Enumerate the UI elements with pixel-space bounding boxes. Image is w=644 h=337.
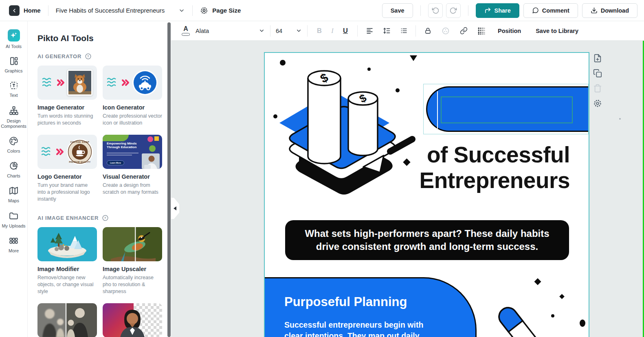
save-to-library-button[interactable]: Save to Library [536, 28, 578, 34]
position-button[interactable]: Position [498, 28, 521, 34]
card-background-remover[interactable]: Background Remover Remove backgrounds wi… [103, 303, 162, 337]
font-color-swatch [182, 33, 190, 36]
rail-label: Colors [7, 149, 20, 154]
card-desc: Turn your brand name into a professional… [37, 182, 97, 203]
card-logo-generator[interactable]: COFFEE SHOP PREMIUM QUALITY Logo Generat… [37, 135, 97, 203]
underline-button[interactable]: U [339, 27, 352, 35]
bullet-list-icon [400, 27, 408, 35]
sidebar-item-charts[interactable]: Charts [0, 161, 27, 179]
document-title[interactable]: Five Habits of Successful Entrepreneurs [56, 7, 165, 14]
download-button[interactable]: Download [582, 3, 637, 18]
share-button[interactable]: Share [476, 3, 519, 18]
design-page[interactable]: $ $ of Successful Entrepreneurs What set… [264, 52, 589, 337]
card-title: Visual Generator [103, 173, 162, 180]
animate-icon [442, 27, 450, 35]
font-family-select[interactable]: Alata [196, 28, 265, 34]
card-image-generator[interactable]: Image Generator Turn words into stunning… [37, 66, 97, 127]
trash-icon [593, 84, 602, 93]
habit-heading: Purposeful Planning [284, 295, 459, 309]
decor-shape [149, 145, 156, 152]
rail-label: Design Components [0, 118, 27, 129]
panel-scroll-strip [167, 21, 171, 337]
help-icon[interactable]: ? [102, 214, 109, 221]
link-icon [460, 27, 468, 35]
lock-button[interactable] [421, 24, 434, 38]
maps-icon [9, 186, 19, 196]
italic-button[interactable]: I [326, 27, 339, 35]
animate-button[interactable] [439, 24, 452, 38]
sidebar-item-ai-tools[interactable]: AI Tools [0, 29, 27, 49]
section-ai-image-enhancer: AI IMAGE ENHANCER ? [37, 214, 157, 221]
split-preview [103, 303, 162, 337]
page-settings-button[interactable] [593, 99, 602, 108]
sidebar-item-my-uploads[interactable]: My Uploads [0, 211, 27, 229]
delete-page-button[interactable] [593, 84, 602, 93]
text-align-button[interactable] [363, 24, 376, 38]
add-page-button[interactable] [593, 54, 602, 63]
chevron-down-icon [259, 28, 265, 34]
card-image-modifier[interactable]: Image Modifier Remove/change new objects… [37, 227, 97, 295]
font-family-value: Alata [196, 28, 209, 34]
sidebar-item-colors[interactable]: Colors [0, 136, 27, 154]
ai-sparkles-icon [8, 29, 20, 42]
canvas-workspace[interactable]: $ $ of Successful Entrepreneurs What set… [171, 41, 644, 337]
sidebar-item-graphics[interactable]: Graphics [0, 56, 27, 74]
gear-icon [593, 99, 602, 108]
card-image-restorer[interactable]: Image Restorer Repair old photographs by [37, 303, 97, 337]
habit-section-1[interactable]: Purposeful Planning Successful entrepren… [265, 277, 477, 337]
sidebar-item-text[interactable]: Text [0, 81, 27, 98]
duplicate-page-button[interactable] [593, 69, 602, 78]
comment-button[interactable]: Comment [523, 3, 578, 18]
card-desc: Create a design from scratch on many for… [103, 182, 162, 196]
panel-scrollbar[interactable] [167, 22, 171, 337]
sidebar-item-maps[interactable]: Maps [0, 186, 27, 204]
sidebar-item-design-components[interactable]: Design Components [0, 105, 27, 129]
left-icon-rail: AI Tools Graphics Text Design Components [0, 21, 28, 337]
card-desc: Create professional vector icon or illus… [103, 113, 162, 127]
bold-button[interactable]: B [313, 27, 326, 35]
comment-icon [532, 7, 539, 14]
lock-icon [424, 27, 432, 35]
prompt-lines-icon [107, 77, 119, 88]
section-label: AI IMAGE ENHANCER [37, 215, 99, 221]
image-upscaler-thumbnail [103, 227, 162, 261]
prompt-lines-icon [41, 147, 53, 157]
canvas-title-text[interactable]: of Successful Entrepreneurs [366, 142, 570, 194]
double-chevron-icon [121, 79, 130, 86]
card-image-upscaler[interactable]: Image Upscaler Automatically increase ph… [103, 227, 162, 295]
undo-button[interactable] [428, 3, 443, 18]
design-components-icon [9, 105, 19, 116]
back-button[interactable] [9, 5, 20, 16]
divider [48, 5, 48, 16]
font-color-button[interactable]: A [182, 26, 190, 36]
help-icon[interactable]: ? [85, 53, 92, 60]
selection-bounding-box[interactable] [423, 84, 589, 134]
marker-pen-illustration[interactable] [477, 276, 589, 337]
sidebar-item-more[interactable]: More [0, 236, 27, 254]
header-right: Save Share Comment [382, 3, 644, 18]
image-restorer-thumbnail [37, 303, 97, 337]
double-chevron-icon [57, 79, 65, 86]
line-spacing-button[interactable] [380, 24, 393, 38]
card-visual-generator[interactable]: Empowering Minds Through Education Learn… [103, 135, 162, 203]
bullet-list-button[interactable] [397, 24, 410, 38]
home-link[interactable]: Home [24, 7, 41, 14]
rail-label: Charts [7, 173, 20, 179]
redo-button[interactable] [446, 3, 461, 18]
rail-label: Maps [8, 198, 19, 204]
texture-button[interactable] [475, 24, 488, 38]
folder-icon [9, 211, 19, 221]
habit-body: Successful entrepreneurs begin with clea… [284, 319, 429, 337]
font-size-select[interactable]: 64 [276, 28, 302, 34]
intro-callout-box[interactable]: What sets high-performers apart? These d… [285, 220, 569, 260]
link-button[interactable] [457, 24, 470, 38]
divider [357, 25, 358, 37]
card-icon-generator[interactable]: Icon Generator Create professional vecto… [103, 66, 162, 127]
mini-design-preview: Empowering Minds Through Education Learn… [103, 135, 162, 169]
collapse-arrow-icon [171, 206, 176, 210]
page-size-button[interactable]: Page Size [200, 7, 241, 15]
save-button[interactable]: Save [382, 3, 413, 18]
doc-title-chevron[interactable] [178, 7, 185, 14]
dog-photo [67, 70, 92, 96]
chevron-down-icon [296, 28, 302, 34]
